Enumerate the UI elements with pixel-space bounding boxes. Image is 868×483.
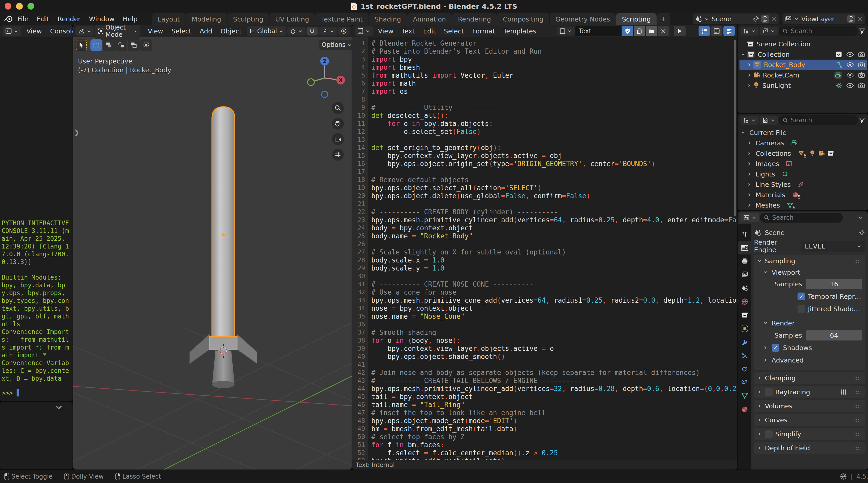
properties-tab-data-icon[interactable] bbox=[738, 389, 751, 403]
code-line-32[interactable]: 32# Use a cone for nose bbox=[352, 289, 737, 296]
expand-chevron-icon[interactable] bbox=[746, 72, 753, 78]
blendfile-row-materials[interactable]: Materials5 bbox=[740, 190, 867, 200]
panel-curves[interactable]: Curves:::: bbox=[754, 414, 865, 426]
workspace-tab-uv-editing[interactable]: UV Editing bbox=[270, 13, 315, 25]
code-line-35[interactable]: 35nose.name = "Nose_Cone" bbox=[352, 312, 737, 321]
line-numbers-toggle[interactable]: 12 bbox=[699, 26, 710, 36]
shadows-row[interactable]: ✓ Shadows bbox=[763, 341, 862, 354]
workspace-tab-scripting[interactable]: Scripting bbox=[616, 13, 656, 25]
temporal-reprojection-checkbox[interactable]: ✓ bbox=[798, 293, 805, 300]
code-line-21[interactable]: 21 bbox=[352, 200, 737, 208]
code-line-36[interactable]: 36 bbox=[352, 321, 737, 329]
filter-icon[interactable] bbox=[859, 28, 865, 34]
run-script-button[interactable] bbox=[674, 26, 686, 36]
code-line-19[interactable]: 19bpy.ops.object.select_all(action='SELE… bbox=[352, 184, 737, 192]
shadows-checkbox[interactable]: ✓ bbox=[772, 344, 779, 352]
proportional-edit-dropdown[interactable] bbox=[338, 27, 349, 35]
editor-type-dropdown[interactable] bbox=[75, 26, 94, 36]
blendfile-row-images[interactable]: Images bbox=[740, 158, 867, 169]
console-menu-view[interactable]: View bbox=[22, 26, 46, 36]
new-viewlayer-icon[interactable] bbox=[847, 15, 855, 23]
syntax-highlight-toggle[interactable] bbox=[723, 26, 735, 36]
display-mode-dropdown[interactable] bbox=[741, 116, 759, 125]
code-line-49[interactable]: 49bm = bmesh.from_edit_mesh(tail.data) bbox=[352, 425, 737, 433]
word-wrap-toggle[interactable] bbox=[711, 26, 722, 36]
code-line-8[interactable]: 8 bbox=[352, 96, 737, 104]
code-line-18[interactable]: 18# Remove default objects bbox=[352, 176, 737, 184]
select-difference-button[interactable] bbox=[128, 39, 140, 51]
code-line-10[interactable]: 10def deselect_all(): bbox=[352, 112, 737, 120]
properties-options-dropdown[interactable] bbox=[855, 214, 865, 221]
blendfile-mode-dropdown[interactable] bbox=[760, 116, 778, 125]
expand-chevron-icon[interactable] bbox=[746, 182, 753, 187]
code-line-31[interactable]: 31# ---------- CREATE NOSE CONE --------… bbox=[352, 280, 737, 289]
code-line-14[interactable]: 14def set_origin_to_geometry(obj): bbox=[352, 144, 737, 152]
properties-tab-output-icon[interactable] bbox=[738, 254, 751, 268]
code-line-50[interactable]: 50# select top faces by Z bbox=[352, 433, 737, 441]
code-line-2[interactable]: 2# Paste into Blender's Text Editor and … bbox=[352, 48, 737, 56]
expand-chevron-icon[interactable] bbox=[746, 192, 753, 198]
move-view-button[interactable] bbox=[332, 118, 344, 129]
code-line-34[interactable]: 34nose = bpy.context.object bbox=[352, 304, 737, 312]
viewport-menu-object[interactable]: Object bbox=[216, 26, 246, 36]
render-camera-icon[interactable] bbox=[858, 82, 865, 89]
code-line-40[interactable]: 40 bpy.ops.object.shade_smooth() bbox=[352, 353, 737, 361]
code-line-7[interactable]: 7import os bbox=[352, 88, 737, 96]
properties-tab-collection-icon[interactable] bbox=[738, 308, 751, 322]
blendfile-row-current-file[interactable]: Current File bbox=[740, 127, 867, 138]
blendfile-row-line-styles[interactable]: Line Styles bbox=[740, 179, 867, 190]
drag-dots-icon[interactable]: :::: bbox=[853, 417, 862, 423]
console-menu-console[interactable]: Console bbox=[46, 26, 72, 36]
zoom-view-button[interactable] bbox=[332, 102, 344, 114]
outliner-row-collection[interactable]: Collection bbox=[740, 49, 867, 60]
drag-dots-icon[interactable]: :::: bbox=[853, 431, 862, 437]
workspace-tab-modeling[interactable]: Modeling bbox=[186, 13, 227, 25]
outliner-search-input[interactable]: Search bbox=[779, 26, 858, 36]
menu-edit[interactable]: Edit bbox=[33, 14, 53, 24]
panel-clamping[interactable]: Clamping:::: bbox=[754, 372, 865, 384]
properties-search-input[interactable]: Search bbox=[760, 213, 843, 222]
text-menu-view[interactable]: View bbox=[374, 26, 398, 36]
code-line-11[interactable]: 11 for o in bpy.data.objects: bbox=[352, 120, 737, 128]
outliner-scene-dropdown[interactable] bbox=[760, 27, 778, 35]
blender-logo-icon[interactable] bbox=[4, 15, 13, 23]
drag-dots-icon[interactable]: :::: bbox=[853, 375, 862, 381]
properties-tab-viewlayer-icon[interactable] bbox=[738, 268, 751, 281]
workspace-tab-compositing[interactable]: Compositing bbox=[497, 13, 549, 25]
editor-type-dropdown[interactable] bbox=[3, 26, 21, 36]
viewport-menu-add[interactable]: Add bbox=[196, 26, 216, 36]
expand-chevron-icon[interactable] bbox=[746, 151, 753, 156]
menu-render[interactable]: Render bbox=[53, 14, 85, 24]
exclude-checkbox[interactable] bbox=[835, 51, 842, 58]
workspace-tab-texture-paint[interactable]: Texture Paint bbox=[315, 13, 368, 25]
properties-tab-render-icon[interactable] bbox=[738, 241, 751, 254]
maximize-window-button[interactable] bbox=[28, 3, 34, 9]
render-samples-value[interactable]: 64 bbox=[806, 330, 862, 340]
code-line-25[interactable]: 25body.name = "Rocket_Body" bbox=[352, 232, 737, 240]
code-line-1[interactable]: 1# Blender Rocket Generator bbox=[352, 39, 737, 48]
code-line-3[interactable]: 3import bpy bbox=[352, 56, 737, 63]
pivot-point-dropdown[interactable] bbox=[287, 27, 306, 35]
code-line-28[interactable]: 28body.scale.x = 1.0 bbox=[352, 256, 737, 264]
new-scene-icon[interactable] bbox=[761, 15, 769, 23]
sampling-panel-header[interactable]: Sampling :::: bbox=[754, 255, 865, 267]
drag-dots-icon[interactable]: :::: bbox=[853, 445, 862, 451]
scene-selector[interactable]: Scene × bbox=[693, 13, 779, 24]
menu-help[interactable]: Help bbox=[119, 14, 142, 24]
text-menu-text[interactable]: Text bbox=[398, 26, 419, 36]
menu-file[interactable]: File bbox=[13, 14, 33, 24]
code-line-43[interactable]: 43# ---------- CREATE TAIL BELLOWS / ENG… bbox=[352, 377, 737, 385]
code-line-23[interactable]: 23bpy.ops.mesh.primitive_cylinder_add(ve… bbox=[352, 216, 737, 224]
code-line-41[interactable]: 41 bbox=[352, 361, 737, 369]
hide-eye-icon[interactable] bbox=[846, 51, 854, 58]
outliner-row-rocket-body[interactable]: Rocket_Body bbox=[740, 60, 867, 70]
viewport-menu-select[interactable]: Select bbox=[167, 26, 195, 36]
outliner-row-rocketcam[interactable]: RocketCam bbox=[740, 70, 867, 80]
viewport-3d[interactable]: Z X Object Mode ViewSelectAddObject Glob… bbox=[73, 25, 351, 470]
editor-type-dropdown[interactable] bbox=[741, 213, 759, 222]
workspace-tab-geometry-nodes[interactable]: Geometry Nodes bbox=[550, 13, 616, 25]
snap-settings-dropdown[interactable] bbox=[319, 27, 337, 35]
snap-toggle[interactable] bbox=[307, 27, 318, 35]
blendfile-row-collections[interactable]: Collections6 bbox=[740, 148, 867, 158]
code-line-6[interactable]: 6import math bbox=[352, 80, 737, 88]
